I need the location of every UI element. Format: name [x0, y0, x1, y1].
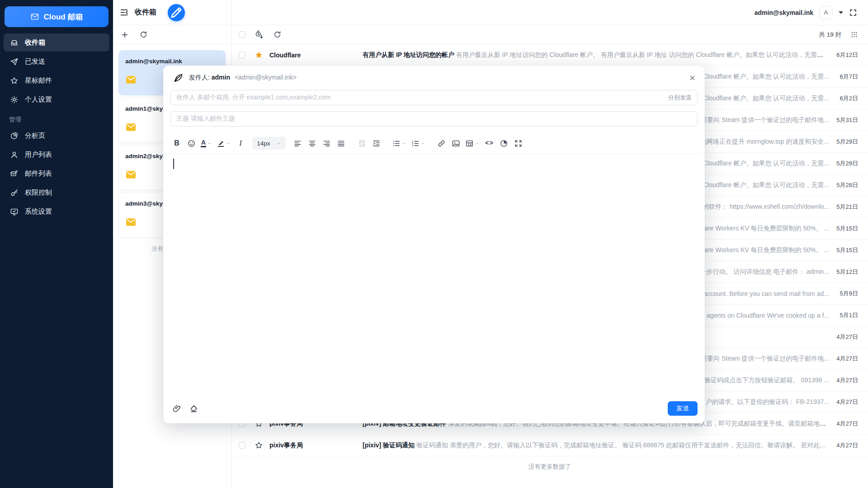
mail-date: 5月1日	[829, 311, 868, 319]
row-checkbox[interactable]	[239, 442, 245, 449]
mail-preview: 有用户最近从新 IP 地址访问您的 Cloudflare 帐户。 有用户最近从新…	[454, 51, 829, 58]
eraser-icon[interactable]	[189, 404, 198, 413]
star-outline-icon[interactable]	[255, 441, 263, 450]
link-icon[interactable]	[435, 137, 448, 150]
mailbox-title: 收件箱	[135, 8, 156, 17]
bold-icon[interactable]: B	[170, 137, 183, 150]
mail-subject: [pixiv] 验证码通知	[363, 441, 415, 449]
mail-row[interactable]: Cloudflare有用户从新 IP 地址访问您的帐户 有用户最近从新 IP 地…	[231, 44, 868, 66]
star-filled-icon[interactable]	[255, 51, 263, 59]
sidebar-item-用户列表[interactable]: 用户列表	[4, 145, 109, 164]
font-size-select[interactable]: 14px	[252, 137, 286, 150]
refresh-list-icon[interactable]	[273, 30, 282, 39]
envelope-icon	[125, 74, 137, 85]
align-center-icon[interactable]	[306, 137, 318, 150]
list-ul-icon[interactable]	[391, 137, 408, 150]
mail-preview-tail: lare Workers KV 每日免费层限制的 50%。 ...	[703, 246, 829, 254]
outdent-icon[interactable]	[355, 137, 368, 150]
indent-icon[interactable]	[370, 137, 382, 150]
table-icon[interactable]	[464, 137, 481, 150]
sidebar-item-邮件列表[interactable]: 邮件列表	[4, 164, 109, 183]
mail-date: 4月27日	[829, 441, 868, 450]
mail-date: 5月15日	[829, 246, 868, 254]
sidebar-item-个人设置[interactable]: 个人设置	[4, 90, 109, 108]
avatar[interactable]: A	[819, 6, 833, 19]
sidebar-item-label: 分析页	[25, 131, 45, 140]
sidebar-item-已发送[interactable]: 已发送	[4, 52, 109, 70]
editor-toolbar: BAI14px123<>	[163, 132, 705, 154]
mail-date: 4月27日	[829, 355, 868, 363]
send-button[interactable]: 发送	[668, 401, 698, 416]
menu-fold-icon[interactable]	[119, 8, 129, 17]
align-left-icon[interactable]	[291, 137, 304, 150]
mail-date: 4月27日	[829, 376, 868, 385]
row-checkbox[interactable]	[239, 52, 245, 58]
chevron-down-icon	[420, 141, 425, 146]
sidebar: Cloud 邮箱 收件箱已发送星标邮件个人设置管理分析页用户列表邮件列表权限控制…	[0, 0, 113, 488]
sidebar-section-label: 管理	[9, 116, 113, 124]
send-separately-button[interactable]: 分别发送	[668, 94, 692, 102]
from-email: <admin@skymail.ink>	[235, 74, 297, 81]
align-justify-icon[interactable]	[335, 137, 347, 150]
mail-subject: 有用户从新 IP 地址访问您的帐户	[363, 51, 454, 58]
refresh-accounts-icon[interactable]	[139, 30, 148, 39]
pie-icon	[10, 131, 19, 140]
mail-sender: Cloudflare	[269, 52, 363, 59]
code-icon[interactable]: <>	[483, 137, 495, 150]
header-account-email: admin@skymail.ink	[755, 9, 813, 16]
sidebar-nav: 收件箱已发送星标邮件个人设置管理分析页用户列表邮件列表权限控制系统设置	[0, 33, 113, 221]
compose-footer: 发送	[163, 395, 705, 416]
main-header: admin@skymail.ink A	[231, 0, 868, 25]
envelope-icon	[125, 169, 137, 180]
sidebar-item-分析页[interactable]: 分析页	[4, 127, 109, 145]
app-logo-button[interactable]: Cloud 邮箱	[5, 6, 108, 27]
recipient-field[interactable]: 收件人 多邮个箱用, 分开 example1.com,example2.com …	[170, 90, 698, 105]
compose-button[interactable]	[168, 4, 185, 21]
italic-icon[interactable]: I	[234, 137, 247, 150]
sidebar-item-权限控制[interactable]: 权限控制	[4, 183, 109, 202]
subject-field[interactable]: 主题 请输入邮件主题	[170, 111, 698, 127]
send-icon	[10, 57, 19, 66]
sidebar-item-收件箱[interactable]: 收件箱	[4, 33, 109, 52]
attachment-icon[interactable]	[172, 404, 182, 413]
mail-preview-tail: Cloudflare 帐户。如果您 认可此活动，无需...	[703, 94, 829, 103]
sort-by-time-icon[interactable]	[255, 30, 264, 39]
image-icon[interactable]	[449, 137, 462, 150]
app-root: Cloud 邮箱 收件箱已发送星标邮件个人设置管理分析页用户列表邮件列表权限控制…	[0, 0, 868, 488]
select-all-checkbox[interactable]	[239, 31, 245, 38]
close-icon[interactable]	[689, 75, 696, 81]
align-right-icon[interactable]	[320, 137, 333, 150]
mail-list-toolbar: 共 19 封	[231, 25, 868, 44]
sidebar-item-label: 邮件列表	[25, 169, 52, 178]
mail-logo-icon	[30, 12, 39, 21]
mail-date: 5月15日	[829, 225, 868, 233]
mailbox-panel-header: 收件箱	[113, 0, 231, 25]
mail-preview-tail: g agents on Cloudflare We've cooked up a…	[701, 312, 829, 319]
sidebar-item-系统设置[interactable]: 系统设置	[4, 202, 109, 221]
expand-icon[interactable]	[512, 137, 524, 150]
from-name: admin	[212, 74, 230, 81]
mail-date: 6月12日	[829, 51, 868, 59]
font-size-value: 14px	[257, 140, 270, 147]
app-logo-label: Cloud 邮箱	[44, 12, 83, 22]
mail-date: 6月2日	[829, 94, 868, 103]
monitor-icon	[10, 207, 19, 216]
list-ol-icon[interactable]: 123	[410, 137, 427, 150]
sidebar-item-星标邮件[interactable]: 星标邮件	[4, 71, 109, 89]
mail-preview-tail: Cloudflare 帐户。如果您 认可此活动，无需...	[703, 73, 829, 81]
highlight-icon[interactable]	[215, 137, 232, 150]
editor-body[interactable]	[163, 154, 705, 395]
mail-row[interactable]: pixiv事务局[pixiv] 验证码通知 验证码通知 亲爱的用户，您好。请输入…	[231, 435, 868, 456]
fullscreen-icon[interactable]	[849, 9, 857, 17]
font-color-icon[interactable]: A	[199, 137, 213, 150]
add-account-icon[interactable]	[120, 30, 129, 39]
emoji-icon[interactable]	[185, 137, 198, 150]
preview-icon[interactable]	[497, 137, 510, 150]
mail-date: 5月28日	[829, 181, 868, 189]
grid-view-icon[interactable]	[850, 31, 858, 38]
mail-preview-tail: 一步行动。 访问详细信息 电子邮件： admin...	[700, 268, 829, 276]
total-count-label: 共 19 封	[819, 31, 841, 39]
mail-date: 6月7日	[829, 73, 868, 81]
mail-date: 4月27日	[829, 398, 868, 406]
chevron-down-icon[interactable]	[839, 11, 843, 14]
